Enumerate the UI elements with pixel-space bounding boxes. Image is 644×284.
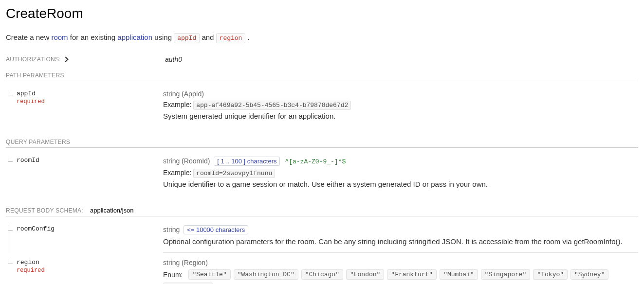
param-name: roomConfig <box>17 225 55 232</box>
content-type: application/json <box>90 207 134 214</box>
section-heading-query: QUERY PARAMETERS <box>6 139 70 145</box>
enum-value: "Mumbai" <box>440 269 478 280</box>
enum-value: "Washington_DC" <box>234 269 298 280</box>
param-type: string (Region) <box>163 259 638 266</box>
param-type: string <box>163 226 180 233</box>
room-link[interactable]: room <box>51 33 68 41</box>
desc-text: and <box>200 33 216 41</box>
param-type: string (RoomId) <box>163 157 210 165</box>
authorizations-row[interactable]: AUTHORIZATIONS: auth0 <box>6 55 638 63</box>
desc-text: . <box>245 33 249 41</box>
authorizations-label: AUTHORIZATIONS: <box>6 56 61 63</box>
enum-value: "Frankfurt" <box>387 269 437 280</box>
enum-container: Enum: "Seattle""Washington_DC""Chicago""… <box>163 269 638 284</box>
section-heading-path: PATH PARAMETERS <box>6 72 64 79</box>
param-row-region: region required string (Region) Enum: "S… <box>6 253 638 284</box>
path-parameters-section: PATH PARAMETERS appId required string (A… <box>6 72 638 127</box>
appid-code: appId <box>174 33 200 43</box>
param-description: System generated unique identifier for a… <box>163 112 638 120</box>
param-row-appid: appId required string (AppId) Example: a… <box>6 81 638 127</box>
tree-connector-icon <box>6 157 17 195</box>
example-value: roomId=2swovpy1fnunu <box>193 169 275 178</box>
section-heading-body: REQUEST BODY SCHEMA: <box>6 207 83 214</box>
operation-description: Create a new room for an existing applic… <box>6 33 638 42</box>
enum-value: "Chicago" <box>301 269 343 280</box>
tree-connector-icon <box>6 259 17 284</box>
chevron-right-icon <box>63 56 68 62</box>
region-code: region <box>216 33 246 43</box>
required-badge: required <box>17 267 45 274</box>
param-row-roomconfig: roomConfig string <= 10000 characters Op… <box>6 216 638 253</box>
tree-connector-icon <box>6 90 17 127</box>
constraint-badge: [ 1 .. 100 ] characters <box>214 157 280 166</box>
param-name: roomId <box>17 157 39 164</box>
desc-text: for an existing <box>68 33 118 41</box>
param-type: string (AppId) <box>163 90 638 98</box>
authorizations-value: auth0 <box>165 55 182 63</box>
required-badge: required <box>17 98 45 105</box>
example-label: Example: <box>163 169 191 177</box>
example-label: Example: <box>163 101 191 108</box>
tree-connector-icon <box>6 225 17 253</box>
application-link[interactable]: application <box>117 33 152 41</box>
pattern-text: ^[a-zA-Z0-9_-]*$ <box>285 158 346 165</box>
param-description: Optional configuration parameters for th… <box>163 237 638 246</box>
enum-value: "Sydney" <box>570 269 608 280</box>
enum-value: "Seattle" <box>188 269 230 280</box>
constraint-badge: <= 10000 characters <box>184 225 248 234</box>
desc-text: Create a new <box>6 33 51 41</box>
enum-label: Enum: <box>163 271 183 279</box>
enum-value: "Tokyo" <box>533 269 568 280</box>
param-name: region <box>17 259 45 266</box>
enum-value: "London" <box>346 269 384 280</box>
request-body-section: REQUEST BODY SCHEMA: application/json ro… <box>6 207 638 284</box>
page-title: CreateRoom <box>6 6 638 21</box>
enum-value: "Singapore" <box>481 269 531 280</box>
param-name: appId <box>17 90 45 97</box>
param-description: Unique identifier to a game session or m… <box>163 180 638 188</box>
desc-text: using <box>152 33 174 41</box>
query-parameters-section: QUERY PARAMETERS roomId string (RoomId) … <box>6 139 638 195</box>
example-value: app-af469a92-5b45-4565-b3c4-b79878de67d2 <box>193 101 351 110</box>
param-row-roomid: roomId string (RoomId) [ 1 .. 100 ] char… <box>6 148 638 195</box>
